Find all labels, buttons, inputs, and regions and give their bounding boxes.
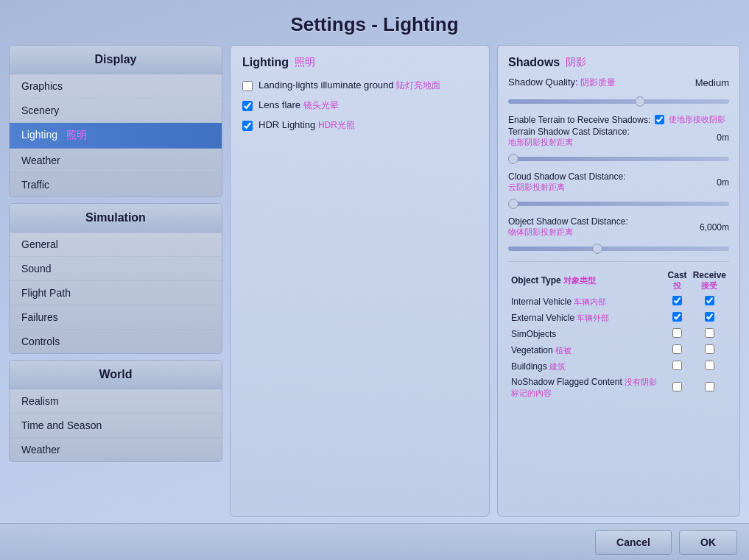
shadows-title-chinese: 阴影	[566, 56, 586, 69]
enable-terrain-chinese: 使地形接收阴影	[669, 114, 725, 125]
col-cast-chinese: 投	[668, 280, 687, 291]
col-receive: Receive 接受	[690, 268, 729, 294]
table-row: Buildings 建筑	[508, 358, 729, 375]
shadow-quality-value: Medium	[695, 77, 729, 88]
shadow-quality-chinese: 阴影质量	[580, 77, 616, 88]
sidebar-section-world: World Realism Time and Season Weather	[9, 360, 222, 462]
receive-checkbox[interactable]	[705, 344, 714, 354]
receive-cell[interactable]	[690, 326, 729, 342]
shadow-quality-slider[interactable]	[508, 99, 729, 104]
sidebar: Display Graphics Scenery Lighting 照明 Wea…	[9, 45, 222, 517]
cast-checkbox[interactable]	[672, 296, 682, 305]
sidebar-item-weather-display[interactable]: Weather	[10, 149, 222, 173]
receive-cell[interactable]	[690, 375, 729, 401]
object-cast-slider[interactable]	[508, 247, 729, 251]
cast-cell[interactable]	[665, 358, 690, 375]
cloud-cast-value: 0m	[717, 177, 729, 188]
lighting-chinese-label: 照明	[66, 129, 87, 141]
receive-checkbox[interactable]	[705, 361, 714, 370]
bottom-bar: Cancel OK	[0, 523, 749, 560]
ok-button[interactable]: OK	[679, 530, 737, 555]
cast-cell[interactable]	[665, 342, 690, 358]
cast-checkbox[interactable]	[672, 382, 682, 391]
terrain-cast-slider[interactable]	[508, 157, 729, 161]
lighting-panel-title: Lighting 照明	[242, 56, 477, 69]
sidebar-item-sound[interactable]: Sound	[10, 257, 222, 281]
cancel-button[interactable]: Cancel	[595, 530, 672, 555]
receive-cell[interactable]	[690, 342, 729, 358]
sidebar-header-world: World	[10, 361, 222, 389]
hdr-lighting-checkbox[interactable]	[242, 121, 253, 131]
landing-lights-row: Landing-lights illuminate ground 陆灯亮地面	[242, 79, 477, 92]
sidebar-item-realism[interactable]: Realism	[10, 389, 222, 414]
cast-checkbox[interactable]	[672, 328, 682, 338]
shadows-title: Shadows 阴影	[508, 56, 729, 69]
shadows-panel: Shadows 阴影 Shadow Quality: 阴影质量 Medium E…	[497, 45, 740, 517]
sidebar-header-display: Display	[10, 46, 222, 74]
sidebar-item-flight-path[interactable]: Flight Path	[10, 281, 222, 305]
cast-cell[interactable]	[665, 375, 690, 401]
receive-cell[interactable]	[690, 358, 729, 375]
cast-checkbox[interactable]	[672, 344, 682, 354]
hdr-lighting-row: HDR Lighting HDR光照	[242, 119, 477, 132]
terrain-cast-value: 0m	[717, 132, 729, 143]
object-type-table: Object Type 对象类型 Cast 投 Receive 接受 Inter…	[508, 268, 729, 401]
enable-terrain-label: Enable Terrain to Receive Shadows:	[508, 115, 650, 125]
shadow-quality-row: Shadow Quality: 阴影质量 Medium	[508, 77, 729, 89]
receive-cell[interactable]	[690, 310, 729, 326]
shadow-quality-slider-row	[508, 93, 729, 107]
sidebar-item-time-and-season[interactable]: Time and Season	[10, 414, 222, 438]
sidebar-item-lighting[interactable]: Lighting 照明	[10, 123, 222, 149]
cloud-cast-slider[interactable]	[508, 202, 729, 206]
cast-cell[interactable]	[665, 294, 690, 310]
table-row: External Vehicle 车辆外部	[508, 310, 729, 326]
sidebar-item-general[interactable]: General	[10, 233, 222, 257]
col-receive-chinese: 接受	[693, 280, 726, 291]
col-type: Object Type 对象类型	[508, 268, 665, 294]
object-cast-slider-row	[508, 241, 729, 254]
table-divider	[508, 261, 729, 262]
landing-lights-label: Landing-lights illuminate ground 陆灯亮地面	[259, 79, 440, 92]
receive-checkbox[interactable]	[705, 382, 714, 391]
receive-checkbox[interactable]	[705, 312, 714, 322]
sidebar-item-scenery[interactable]: Scenery	[10, 99, 222, 123]
table-row: Vegetation 植被	[508, 342, 729, 358]
terrain-cast-slider-row	[508, 151, 729, 164]
object-cast-chinese: 物体阴影投射距离	[508, 227, 695, 238]
cloud-cast-chinese: 云阴影投射距离	[508, 182, 712, 193]
col-type-chinese: 对象类型	[563, 276, 596, 285]
lens-flare-label: Lens flare 镜头光晕	[259, 99, 339, 112]
cast-checkbox[interactable]	[672, 312, 682, 322]
lens-flare-checkbox[interactable]	[242, 101, 253, 111]
terrain-cast-chinese: 地形阴影投射距离	[508, 137, 712, 148]
object-cast-row: Object Shadow Cast Distance: 物体阴影投射距离 6,…	[508, 216, 729, 238]
cloud-cast-slider-row	[508, 196, 729, 209]
table-row: NoShadow Flagged Content 没有阴影标记的内容	[508, 375, 729, 401]
terrain-cast-row: Terrain Shadow Cast Distance: 地形阴影投射距离 0…	[508, 127, 729, 148]
object-type-cell: Internal Vehicle 车辆内部	[508, 294, 665, 310]
receive-cell[interactable]	[690, 294, 729, 310]
cast-cell[interactable]	[665, 310, 690, 326]
sidebar-item-graphics[interactable]: Graphics	[10, 74, 222, 99]
sidebar-item-failures[interactable]: Failures	[10, 305, 222, 330]
hdr-lighting-chinese: HDR光照	[318, 120, 355, 130]
object-type-cell: External Vehicle 车辆外部	[508, 310, 665, 326]
receive-checkbox[interactable]	[705, 328, 714, 338]
enable-terrain-checkbox[interactable]	[655, 115, 664, 124]
cast-checkbox[interactable]	[672, 361, 682, 370]
object-cast-value: 6,000m	[700, 222, 729, 233]
table-row: SimObjects	[508, 326, 729, 342]
sidebar-item-weather-world[interactable]: Weather	[10, 438, 222, 461]
sidebar-section-display: Display Graphics Scenery Lighting 照明 Wea…	[9, 45, 222, 197]
object-type-cell: Buildings 建筑	[508, 358, 665, 375]
object-type-cell: SimObjects	[508, 326, 665, 342]
lighting-panel: Lighting 照明 Landing-lights illuminate gr…	[230, 45, 490, 517]
receive-checkbox[interactable]	[705, 296, 714, 305]
table-row: Internal Vehicle 车辆内部	[508, 294, 729, 310]
sidebar-item-traffic[interactable]: Traffic	[10, 173, 222, 196]
sidebar-item-controls[interactable]: Controls	[10, 330, 222, 353]
enable-terrain-row: Enable Terrain to Receive Shadows: 使地形接收…	[508, 114, 729, 125]
landing-lights-checkbox[interactable]	[242, 81, 253, 91]
sidebar-section-simulation: Simulation General Sound Flight Path Fai…	[9, 203, 222, 354]
cast-cell[interactable]	[665, 326, 690, 342]
